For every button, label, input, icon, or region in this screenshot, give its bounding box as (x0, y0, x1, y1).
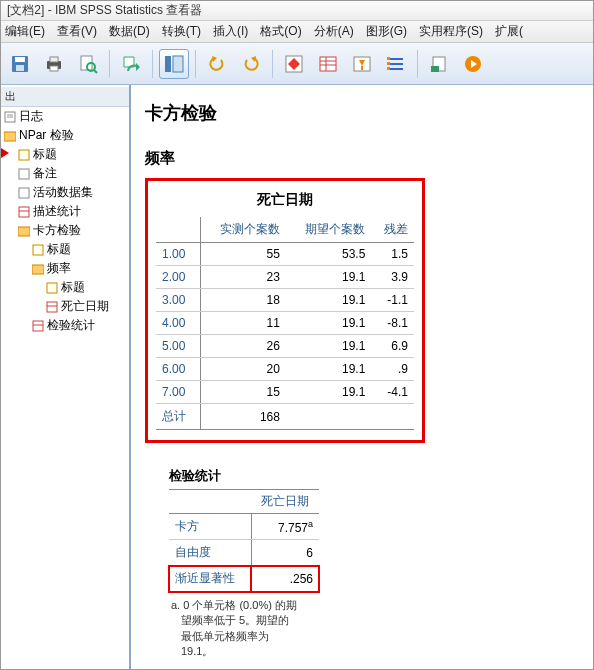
select-cases-button[interactable] (347, 49, 377, 79)
col-residual: 残差 (371, 217, 414, 243)
tree-log[interactable]: 日志 (3, 107, 129, 126)
tree-notes[interactable]: 备注 (17, 164, 129, 183)
stats-title: 检验统计 (169, 467, 319, 485)
table-row: 2.002319.13.9 (156, 266, 414, 289)
table-row: 3.001819.1-1.1 (156, 289, 414, 312)
total-n: 168 (200, 404, 286, 430)
toolbar (1, 43, 593, 85)
cell-expected: 19.1 (286, 335, 371, 358)
menu-transform[interactable]: 转换(T) (162, 23, 201, 40)
active-arrow-icon (1, 147, 11, 161)
log-icon (3, 111, 17, 123)
tree-title3[interactable]: 标题 (45, 278, 129, 297)
heading-freq: 频率 (145, 149, 579, 168)
output-viewer[interactable]: 卡方检验 频率 死亡日期 实测个案数 期望个案数 残差 1.005553.51.… (131, 85, 593, 669)
table-row: 7.001519.1-4.1 (156, 381, 414, 404)
menu-view[interactable]: 查看(V) (57, 23, 97, 40)
tree-activeds[interactable]: 活动数据集 (17, 183, 129, 202)
tree-label: 标题 (33, 146, 57, 163)
tree-teststat[interactable]: 检验统计 (31, 316, 129, 335)
table-row: 1.005553.51.5 (156, 243, 414, 266)
table-icon (31, 320, 45, 332)
title-icon (31, 244, 45, 256)
preview-button[interactable] (73, 49, 103, 79)
save-button[interactable] (5, 49, 35, 79)
svg-rect-16 (320, 57, 336, 71)
frequency-table[interactable]: 实测个案数 期望个案数 残差 1.005553.51.52.002319.13.… (156, 217, 414, 430)
tree-label: 描述统计 (33, 203, 81, 220)
svg-rect-4 (50, 57, 58, 62)
cell-observed: 55 (200, 243, 286, 266)
cell-residual: 3.9 (371, 266, 414, 289)
title-icon (17, 149, 31, 161)
tree-desc[interactable]: 描述统计 (17, 202, 129, 221)
cell-expected: 19.1 (286, 312, 371, 335)
cell-expected: 53.5 (286, 243, 371, 266)
tree-label: 标题 (61, 279, 85, 296)
value-labels-button[interactable] (381, 49, 411, 79)
toggle-outline-button[interactable] (159, 49, 189, 79)
col-observed: 实测个案数 (200, 217, 286, 243)
goto-data-button[interactable] (279, 49, 309, 79)
menu-utilities[interactable]: 实用程序(S) (419, 23, 483, 40)
col-expected: 期望个案数 (286, 217, 371, 243)
tree-chisq[interactable]: 卡方检验 (17, 221, 129, 240)
notes-icon (17, 168, 31, 180)
menu-format[interactable]: 格式(O) (260, 23, 301, 40)
run-button[interactable] (458, 49, 488, 79)
tree-label: 频率 (47, 260, 71, 277)
tree-title2[interactable]: 标题 (31, 240, 129, 259)
row-label: 7.00 (156, 381, 200, 404)
menu-extensions[interactable]: 扩展( (495, 23, 523, 40)
menu-insert[interactable]: 插入(I) (213, 23, 248, 40)
svg-rect-26 (387, 57, 390, 60)
tree-label: 日志 (19, 108, 43, 125)
tree-npar[interactable]: NPar 检验 (3, 126, 129, 145)
menu-graphs[interactable]: 图形(G) (366, 23, 407, 40)
menubar: 编辑(E) 查看(V) 数据(D) 转换(T) 插入(I) 格式(O) 分析(A… (1, 21, 593, 43)
cell-residual: -4.1 (371, 381, 414, 404)
tree-label: 死亡日期 (61, 298, 109, 315)
variables-button[interactable] (313, 49, 343, 79)
outline-sidebar[interactable]: 出 日志 NPar 检验 标题 备注 (1, 85, 131, 669)
svg-rect-2 (16, 65, 24, 71)
menu-data[interactable]: 数据(D) (109, 23, 150, 40)
tree-label: 标题 (47, 241, 71, 258)
folder-icon (31, 263, 45, 275)
svg-rect-43 (18, 227, 30, 236)
tree-freq[interactable]: 频率 (31, 259, 129, 278)
svg-marker-9 (136, 63, 140, 71)
tree-title[interactable]: 标题 (17, 145, 129, 164)
print-button[interactable] (39, 49, 69, 79)
export-button[interactable] (116, 49, 146, 79)
row-label: 5.00 (156, 335, 200, 358)
undo-button[interactable] (202, 49, 232, 79)
toolbar-separator (272, 50, 273, 78)
svg-rect-45 (32, 265, 44, 274)
svg-rect-1 (15, 57, 25, 62)
svg-rect-41 (19, 207, 29, 217)
outline-tree[interactable]: 日志 NPar 检验 标题 备注 活动数据集 (1, 107, 129, 335)
menu-edit[interactable]: 编辑(E) (5, 23, 45, 40)
df-label: 自由度 (169, 540, 251, 566)
sidebar-header: 出 (1, 87, 129, 107)
svg-rect-40 (19, 188, 29, 198)
cell-observed: 20 (200, 358, 286, 381)
menu-analyze[interactable]: 分析(A) (314, 23, 354, 40)
cell-expected: 19.1 (286, 266, 371, 289)
table-row-total: 总计168 (156, 404, 414, 430)
cell-residual: -8.1 (371, 312, 414, 335)
cell-expected: 19.1 (286, 358, 371, 381)
folder-icon (3, 130, 17, 142)
stats-col: 死亡日期 (251, 490, 319, 514)
test-statistics-table[interactable]: 死亡日期 卡方 7.757a 自由度 6 渐近显著性 .256 (169, 489, 319, 592)
svg-marker-12 (212, 56, 217, 62)
table-row: 6.002019.1.9 (156, 358, 414, 381)
redo-button[interactable] (236, 49, 266, 79)
chi-value: 7.757a (251, 514, 319, 540)
svg-rect-36 (4, 132, 16, 141)
tree-deathdate[interactable]: 死亡日期 (45, 297, 129, 316)
folder-icon (17, 225, 31, 237)
insert-text-button[interactable] (424, 49, 454, 79)
stats-footnote: a. 0 个单元格 (0.0%) 的期望频率低于 5。期望的最低单元格频率为 1… (169, 598, 299, 660)
